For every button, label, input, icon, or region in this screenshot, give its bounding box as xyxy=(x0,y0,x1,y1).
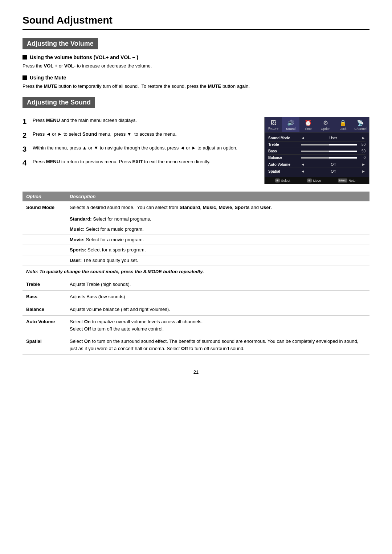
options-table: Option Description Sound Mode Selects a … xyxy=(23,192,369,355)
menu-bar-bass xyxy=(301,151,357,152)
menu-tab-time: ⏰ Time xyxy=(299,117,317,132)
table-row-music: Music: Select for a music program. xyxy=(23,224,369,235)
menu-label-treble: Treble xyxy=(268,143,301,147)
move-btn-icon: ⊙ xyxy=(307,178,312,182)
desc-music: Music: Select for a music program. xyxy=(66,224,369,235)
option-balance: Balance xyxy=(23,303,66,316)
step-1-text: Press MENU and the main menu screen disp… xyxy=(33,117,256,124)
menu-tab-channel: 📡 Channel xyxy=(352,117,369,132)
menu-footer-return: Menu Return xyxy=(338,178,358,182)
step-1: 1 Press MENU and the main menu screen di… xyxy=(23,117,256,126)
option-standard-empty xyxy=(23,214,66,224)
vol-buttons-text: Press the VOL + or VOL- to increase or d… xyxy=(23,62,369,70)
menu-label-sound-mode: Sound Mode xyxy=(268,136,301,140)
desc-sports: Sports: Select for a sports program. xyxy=(66,245,369,255)
table-row-bass: Bass Adjusts Bass (low sounds) xyxy=(23,291,369,303)
menu-ui-box: 🖼 Picture 🔊 Sound ⏰ Time ⚙ Option xyxy=(264,117,369,184)
menu-bar-balance-container: 0 xyxy=(301,156,366,160)
table-row-auto-volume: Auto Volume Select On to equalize overal… xyxy=(23,316,369,335)
option-movie-empty xyxy=(23,234,66,245)
menu-label-spatial: Spatial xyxy=(268,169,301,173)
adjusting-sound-section: Adjusting the Sound 1 Press MENU and the… xyxy=(23,97,369,184)
mute-heading: Using the Mute xyxy=(23,75,369,81)
step-4: 4 Press MENU to return to previous menu.… xyxy=(23,158,256,168)
menu-arrow-left-icon: ◄ xyxy=(301,136,305,140)
adjusting-volume-section: Adjusting the Volume Using the volume bu… xyxy=(23,38,369,90)
menu-bar-balance-fill xyxy=(329,157,357,159)
channel-icon: 📡 xyxy=(352,119,368,126)
desc-auto-volume: Select On to equalize overall volume lev… xyxy=(66,316,369,335)
desc-movie: Movie: Select for a movie program. xyxy=(66,234,369,245)
step-1-number: 1 xyxy=(23,117,29,126)
step-4-text: Press MENU to return to previous menu. P… xyxy=(33,158,256,165)
desc-balance: Adjusts volume balance (left and right v… xyxy=(66,303,369,316)
menu-row-treble: Treble 50 xyxy=(268,141,366,148)
sound-icon: 🔊 xyxy=(283,119,299,126)
menu-value-sound-mode: User xyxy=(306,136,360,140)
vol-buttons-subsection: Using the volume buttons (VOL+ and VOL –… xyxy=(23,54,369,70)
menu-bar-balance xyxy=(301,157,357,159)
menu-tab-picture: 🖼 Picture xyxy=(265,117,282,132)
time-icon: ⏰ xyxy=(300,119,316,126)
option-auto-volume: Auto Volume xyxy=(23,316,66,335)
vol-buttons-heading: Using the volume buttons (VOL+ and VOL –… xyxy=(23,54,369,60)
page-title: Sound Adjustment xyxy=(23,15,369,30)
option-header: Option xyxy=(23,192,66,201)
move-label: Move xyxy=(313,179,321,182)
bullet-icon xyxy=(23,55,27,59)
step-2: 2 Press ◄ or ► to select Sound menu, pre… xyxy=(23,131,256,140)
return-label: Return xyxy=(348,179,358,182)
steps-column: 1 Press MENU and the main menu screen di… xyxy=(23,117,256,184)
adjusting-volume-heading: Adjusting the Volume xyxy=(23,38,98,49)
menu-row-balance: Balance 0 xyxy=(268,155,366,161)
menu-label-auto-volume: Auto Volume xyxy=(268,163,301,167)
menu-footer-move: ⊙ Move xyxy=(307,178,321,182)
mute-text: Press the MUTE button to temporarily tur… xyxy=(23,83,369,90)
desc-treble: Adjusts Treble (high sounds). xyxy=(66,278,369,291)
menu-arrow-right-sp-icon: ► xyxy=(362,169,366,173)
desc-sound-mode: Selects a desired sound mode. You can se… xyxy=(66,201,369,214)
menu-bar-treble-container: 50 xyxy=(301,143,366,147)
note-text: Note: To quickly change the sound mode, … xyxy=(23,266,369,278)
menu-arrow-left-av-icon: ◄ xyxy=(301,162,305,167)
page-number: 21 xyxy=(23,369,369,375)
option-treble: Treble xyxy=(23,278,66,291)
select-label: Select xyxy=(281,179,290,182)
option-icon: ⚙ xyxy=(318,119,334,126)
option-spatial: Spatial xyxy=(23,335,66,355)
step-3-text: Within the menu, press ▲ or ▼ to navigat… xyxy=(33,144,256,152)
table-row-movie: Movie: Select for a movie program. xyxy=(23,234,369,245)
table-row-note: Note: To quickly change the sound mode, … xyxy=(23,266,369,278)
menu-bar-treble-fill xyxy=(329,144,357,145)
menu-label-bass: Bass xyxy=(268,149,301,153)
step-3: 3 Within the menu, press ▲ or ▼ to navig… xyxy=(23,144,256,154)
option-sports-empty xyxy=(23,245,66,255)
table-row-balance: Balance Adjusts volume balance (left and… xyxy=(23,303,369,316)
table-row-treble: Treble Adjusts Treble (high sounds). xyxy=(23,278,369,291)
select-btn-icon: ⊙ xyxy=(275,178,280,182)
step-4-number: 4 xyxy=(23,158,29,168)
picture-icon: 🖼 xyxy=(265,119,281,126)
menu-tabs: 🖼 Picture 🔊 Sound ⏰ Time ⚙ Option xyxy=(265,117,369,132)
step-3-number: 3 xyxy=(23,144,29,154)
menu-bar-treble xyxy=(301,144,357,145)
bullet-icon-2 xyxy=(23,75,27,80)
desc-bass: Adjusts Bass (low sounds) xyxy=(66,291,369,303)
menu-tab-lock: 🔒 Lock xyxy=(334,117,352,132)
desc-standard: Standard: Select for normal programs. xyxy=(66,214,369,224)
option-sound-mode: Sound Mode xyxy=(23,201,66,214)
adjusting-sound-heading: Adjusting the Sound xyxy=(23,97,95,108)
lock-icon: 🔒 xyxy=(335,119,351,126)
option-bass: Bass xyxy=(23,291,66,303)
menu-arrow-right-av-icon: ► xyxy=(362,162,366,167)
menu-value-auto-volume: Off xyxy=(306,163,360,167)
menu-bar-balance-value: 0 xyxy=(358,156,366,160)
menu-tab-sound: 🔊 Sound xyxy=(282,117,299,132)
table-row-standard: Standard: Select for normal programs. xyxy=(23,214,369,224)
menu-bar-bass-value: 50 xyxy=(358,149,366,153)
menu-label-balance: Balance xyxy=(268,156,301,160)
mute-subsection: Using the Mute Press the MUTE button to … xyxy=(23,75,369,90)
menu-tab-option: ⚙ Option xyxy=(317,117,334,132)
menu-body: Sound Mode ◄ User ► Treble 50 xyxy=(265,132,369,177)
table-row-spatial: Spatial Select On to turn on the surroun… xyxy=(23,335,369,355)
